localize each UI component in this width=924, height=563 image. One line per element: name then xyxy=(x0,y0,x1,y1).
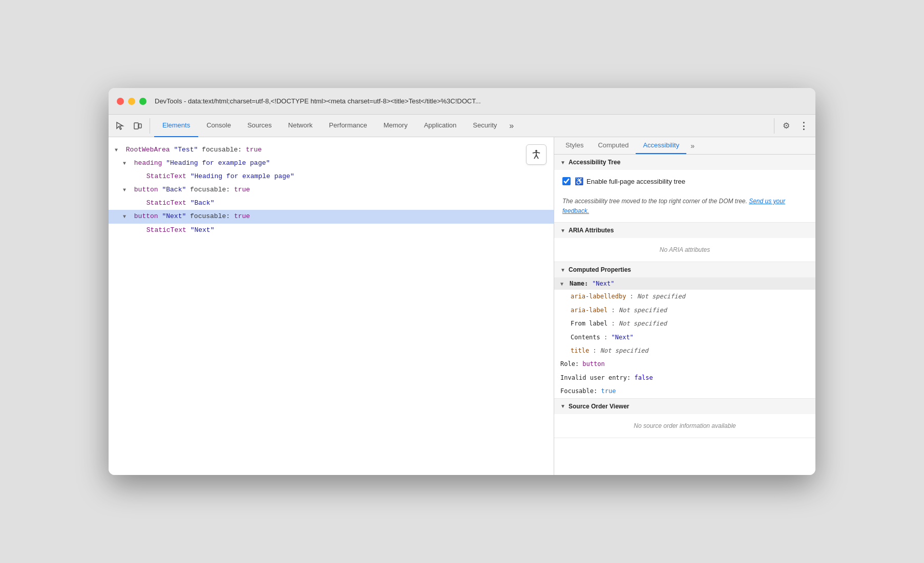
accessibility-tree-content: ♿ Enable full-page accessibility tree xyxy=(554,170,815,192)
panel-tab-accessibility[interactable]: Accessibility xyxy=(636,137,686,154)
enable-full-page-label: ♿ Enable full-page accessibility tree xyxy=(575,177,685,185)
tree-node-button-next[interactable]: button "Next" focusable: true xyxy=(109,210,554,223)
prop-role: Role: button xyxy=(554,357,815,371)
main-tabs: Elements Console Sources Network Perform… xyxy=(154,115,774,137)
computed-properties-section: Computed Properties Name: "Next" aria-la… xyxy=(554,262,815,398)
prop-aria-label: aria-label : Not specified xyxy=(554,304,815,317)
accessibility-icon: ♿ xyxy=(575,177,583,185)
panel-tabs: Styles Computed Accessibility » xyxy=(554,137,815,155)
minimize-button[interactable] xyxy=(128,98,135,105)
expand-icon xyxy=(123,212,129,221)
prop-invalid: Invalid user entry: false xyxy=(554,371,815,384)
tree-node-statictext-next[interactable]: StaticText "Next" xyxy=(109,224,554,237)
toolbar-icons xyxy=(113,118,150,134)
tree-node-rootwebarea[interactable]: RootWebArea "Test" focusable: true xyxy=(109,143,554,157)
tab-performance[interactable]: Performance xyxy=(321,115,375,137)
svg-rect-0 xyxy=(134,123,138,129)
tab-console[interactable]: Console xyxy=(198,115,239,137)
accessibility-icon-button[interactable] xyxy=(526,144,547,165)
tab-sources[interactable]: Sources xyxy=(239,115,280,137)
expand-icon xyxy=(115,146,121,155)
prop-contents: Contents : "Next" xyxy=(554,331,815,344)
close-button[interactable] xyxy=(117,98,124,105)
tree-node-statictext-heading[interactable]: StaticText "Heading for example page" xyxy=(109,170,554,183)
window-title: DevTools - data:text/html;charset=utf-8,… xyxy=(155,97,807,105)
main-content: RootWebArea "Test" focusable: true headi… xyxy=(109,137,815,475)
expand-icon xyxy=(123,186,129,194)
name-row: Name: "Next" xyxy=(554,277,815,290)
accessibility-panel: Styles Computed Accessibility » Accessib… xyxy=(554,137,815,475)
dom-panel[interactable]: RootWebArea "Test" focusable: true headi… xyxy=(109,137,554,475)
aria-attributes-header[interactable]: ARIA Attributes xyxy=(554,223,815,238)
more-tabs-button[interactable]: » xyxy=(505,115,518,137)
devtools-window: DevTools - data:text/html;charset=utf-8,… xyxy=(109,88,815,475)
prop-from-label: From label : Not specified xyxy=(554,317,815,330)
settings-button[interactable]: ⚙ xyxy=(779,118,794,134)
accessibility-tree-section: Accessibility Tree ♿ Enable full-page ac… xyxy=(554,155,815,223)
expand-computed-icon xyxy=(560,267,566,273)
accessibility-tree-header[interactable]: Accessibility Tree xyxy=(554,155,815,170)
expand-icon xyxy=(123,159,129,168)
expand-aria-icon xyxy=(560,228,566,233)
expand-accessibility-tree-icon xyxy=(560,160,566,165)
tab-security[interactable]: Security xyxy=(465,115,505,137)
tab-application[interactable]: Application xyxy=(416,115,465,137)
prop-title: title : Not specified xyxy=(554,344,815,357)
source-order-content: No source order information available xyxy=(554,414,815,438)
expand-source-order-icon xyxy=(560,403,566,409)
tree-node-heading[interactable]: heading "Heading for example page" xyxy=(109,157,554,170)
tab-network[interactable]: Network xyxy=(280,115,321,137)
tree-node-button-back[interactable]: button "Back" focusable: true xyxy=(109,183,554,197)
toolbar: Elements Console Sources Network Perform… xyxy=(109,115,815,137)
source-order-section: Source Order Viewer No source order info… xyxy=(554,399,815,438)
source-order-header[interactable]: Source Order Viewer xyxy=(554,399,815,414)
device-toggle-button[interactable] xyxy=(130,118,145,134)
traffic-lights xyxy=(117,98,146,105)
aria-attributes-section: ARIA Attributes No ARIA attributes xyxy=(554,223,815,262)
no-source-order-text: No source order information available xyxy=(562,418,807,434)
tab-memory[interactable]: Memory xyxy=(375,115,416,137)
svg-point-2 xyxy=(535,150,537,152)
toolbar-right: ⚙ ⋮ xyxy=(774,118,811,134)
maximize-button[interactable] xyxy=(139,98,146,105)
no-aria-attributes-text: No ARIA attributes xyxy=(562,242,807,257)
svg-rect-1 xyxy=(139,124,141,128)
titlebar: DevTools - data:text/html;charset=utf-8,… xyxy=(109,88,815,115)
panel-tab-computed[interactable]: Computed xyxy=(591,137,636,154)
menu-button[interactable]: ⋮ xyxy=(796,118,811,134)
name-row-expand-icon xyxy=(560,281,566,287)
prop-focusable: Focusable: true xyxy=(554,384,815,398)
enable-full-page-checkbox-row: ♿ Enable full-page accessibility tree xyxy=(562,174,807,188)
tree-node-statictext-back[interactable]: StaticText "Back" xyxy=(109,197,554,210)
inspect-element-button[interactable] xyxy=(113,118,128,134)
computed-properties-header[interactable]: Computed Properties xyxy=(554,262,815,277)
panel-tab-styles[interactable]: Styles xyxy=(558,137,591,154)
panel-more-tabs-button[interactable]: » xyxy=(686,138,699,154)
aria-attributes-content: No ARIA attributes xyxy=(554,238,815,262)
accessibility-info-text: The accessibility tree moved to the top … xyxy=(554,192,815,222)
prop-aria-labelledby: aria-labelledby : Not specified xyxy=(554,290,815,303)
enable-full-page-checkbox[interactable] xyxy=(562,177,571,185)
tab-elements[interactable]: Elements xyxy=(154,115,198,137)
